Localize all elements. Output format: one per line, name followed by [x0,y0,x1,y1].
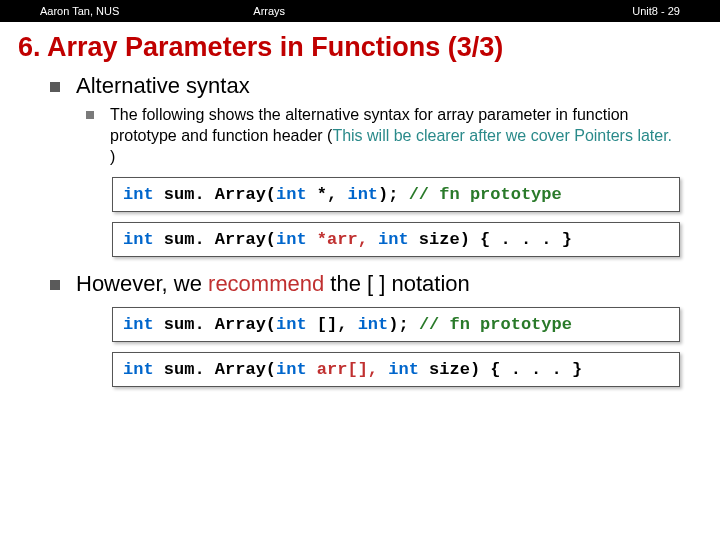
txt: *, [307,185,348,204]
code-prototype-bracket: int sum. Array(int [], int); // fn proto… [112,307,680,342]
comment: // fn prototype [419,315,572,334]
kw: int [276,315,307,334]
kw: int [347,185,378,204]
txt: sum. Array( [154,315,276,334]
hint-text: This will be clearer after we cover Poin… [332,127,672,144]
bullet-alternative-syntax: Alternative syntax The following shows t… [50,73,680,257]
header-unit: Unit8 - 29 [467,5,680,17]
kw: int [123,360,154,379]
txt: ); [378,185,409,204]
slide-content: Alternative syntax The following shows t… [0,73,720,387]
kw: int [388,360,419,379]
text-em: recommend [208,271,324,296]
text-post: ) [110,148,115,165]
kw: int [123,185,154,204]
header-topic: Arrays [253,5,466,17]
header-author: Aaron Tan, NUS [40,5,253,17]
kw: int [276,360,307,379]
slide-title: 6. Array Parameters in Functions (3/3) [18,32,702,63]
kw: int [378,230,409,249]
txt: sum. Array( [154,185,276,204]
kw: int [358,315,389,334]
bullet-recommend: However, we recommend the [ ] notation i… [50,271,680,387]
text-pre: However, we [76,271,208,296]
code-header-bracket: int sum. Array(int arr[], int size) { . … [112,352,680,387]
txt: ); [388,315,419,334]
txt: size) { . . . } [419,360,582,379]
txt: [], [307,315,358,334]
sub-bullet-explain: The following shows the alternative synt… [86,105,680,167]
comment: // fn prototype [409,185,562,204]
text-post: the [ ] notation [324,271,470,296]
txt: size) { . . . } [409,230,572,249]
code-prototype-star: int sum. Array(int *, int); // fn protot… [112,177,680,212]
txt: sum. Array( [154,230,276,249]
kw: int [276,185,307,204]
param: arr[], [307,360,389,379]
code-header-star: int sum. Array(int *arr, int size) { . .… [112,222,680,257]
kw: int [123,230,154,249]
kw: int [123,315,154,334]
kw: int [276,230,307,249]
txt: sum. Array( [154,360,276,379]
param: *arr, [307,230,378,249]
bullet-text: Alternative syntax [76,73,250,98]
slide-header: Aaron Tan, NUS Arrays Unit8 - 29 [0,0,720,22]
